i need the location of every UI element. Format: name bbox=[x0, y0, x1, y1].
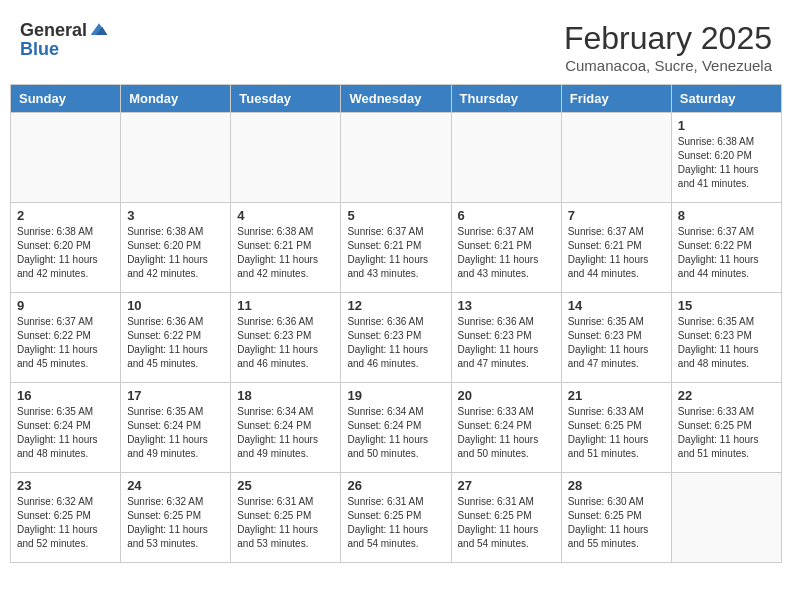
calendar-day-cell: 14Sunrise: 6:35 AM Sunset: 6:23 PM Dayli… bbox=[561, 293, 671, 383]
day-info: Sunrise: 6:30 AM Sunset: 6:25 PM Dayligh… bbox=[568, 495, 665, 551]
day-number: 2 bbox=[17, 208, 114, 223]
day-info: Sunrise: 6:37 AM Sunset: 6:21 PM Dayligh… bbox=[347, 225, 444, 281]
day-info: Sunrise: 6:38 AM Sunset: 6:20 PM Dayligh… bbox=[127, 225, 224, 281]
day-info: Sunrise: 6:32 AM Sunset: 6:25 PM Dayligh… bbox=[17, 495, 114, 551]
day-info: Sunrise: 6:31 AM Sunset: 6:25 PM Dayligh… bbox=[458, 495, 555, 551]
day-number: 15 bbox=[678, 298, 775, 313]
calendar-day-cell bbox=[671, 473, 781, 563]
calendar-day-cell: 2Sunrise: 6:38 AM Sunset: 6:20 PM Daylig… bbox=[11, 203, 121, 293]
day-number: 3 bbox=[127, 208, 224, 223]
day-number: 18 bbox=[237, 388, 334, 403]
calendar-day-cell: 5Sunrise: 6:37 AM Sunset: 6:21 PM Daylig… bbox=[341, 203, 451, 293]
calendar-header-row: SundayMondayTuesdayWednesdayThursdayFrid… bbox=[11, 85, 782, 113]
calendar-day-cell bbox=[121, 113, 231, 203]
calendar-week-row: 23Sunrise: 6:32 AM Sunset: 6:25 PM Dayli… bbox=[11, 473, 782, 563]
calendar-day-cell: 25Sunrise: 6:31 AM Sunset: 6:25 PM Dayli… bbox=[231, 473, 341, 563]
weekday-header: Sunday bbox=[11, 85, 121, 113]
calendar-day-cell: 15Sunrise: 6:35 AM Sunset: 6:23 PM Dayli… bbox=[671, 293, 781, 383]
day-number: 10 bbox=[127, 298, 224, 313]
day-number: 11 bbox=[237, 298, 334, 313]
day-info: Sunrise: 6:32 AM Sunset: 6:25 PM Dayligh… bbox=[127, 495, 224, 551]
day-info: Sunrise: 6:37 AM Sunset: 6:22 PM Dayligh… bbox=[17, 315, 114, 371]
day-info: Sunrise: 6:38 AM Sunset: 6:20 PM Dayligh… bbox=[678, 135, 775, 191]
logo-blue: Blue bbox=[20, 39, 59, 59]
weekday-header: Friday bbox=[561, 85, 671, 113]
calendar-week-row: 1Sunrise: 6:38 AM Sunset: 6:20 PM Daylig… bbox=[11, 113, 782, 203]
day-number: 22 bbox=[678, 388, 775, 403]
day-number: 20 bbox=[458, 388, 555, 403]
day-number: 26 bbox=[347, 478, 444, 493]
calendar-day-cell: 13Sunrise: 6:36 AM Sunset: 6:23 PM Dayli… bbox=[451, 293, 561, 383]
day-info: Sunrise: 6:34 AM Sunset: 6:24 PM Dayligh… bbox=[347, 405, 444, 461]
weekday-header: Thursday bbox=[451, 85, 561, 113]
calendar-day-cell: 20Sunrise: 6:33 AM Sunset: 6:24 PM Dayli… bbox=[451, 383, 561, 473]
day-number: 23 bbox=[17, 478, 114, 493]
day-info: Sunrise: 6:35 AM Sunset: 6:24 PM Dayligh… bbox=[127, 405, 224, 461]
calendar-day-cell bbox=[341, 113, 451, 203]
calendar-day-cell: 28Sunrise: 6:30 AM Sunset: 6:25 PM Dayli… bbox=[561, 473, 671, 563]
day-info: Sunrise: 6:34 AM Sunset: 6:24 PM Dayligh… bbox=[237, 405, 334, 461]
calendar-day-cell: 26Sunrise: 6:31 AM Sunset: 6:25 PM Dayli… bbox=[341, 473, 451, 563]
calendar-day-cell: 23Sunrise: 6:32 AM Sunset: 6:25 PM Dayli… bbox=[11, 473, 121, 563]
day-number: 28 bbox=[568, 478, 665, 493]
day-number: 4 bbox=[237, 208, 334, 223]
day-number: 8 bbox=[678, 208, 775, 223]
day-number: 7 bbox=[568, 208, 665, 223]
logo: General Blue bbox=[20, 20, 109, 59]
day-info: Sunrise: 6:37 AM Sunset: 6:22 PM Dayligh… bbox=[678, 225, 775, 281]
day-number: 21 bbox=[568, 388, 665, 403]
day-number: 6 bbox=[458, 208, 555, 223]
title-section: February 2025 Cumanacoa, Sucre, Venezuel… bbox=[564, 20, 772, 74]
calendar-day-cell: 8Sunrise: 6:37 AM Sunset: 6:22 PM Daylig… bbox=[671, 203, 781, 293]
day-number: 17 bbox=[127, 388, 224, 403]
day-info: Sunrise: 6:35 AM Sunset: 6:24 PM Dayligh… bbox=[17, 405, 114, 461]
day-number: 25 bbox=[237, 478, 334, 493]
calendar-day-cell: 16Sunrise: 6:35 AM Sunset: 6:24 PM Dayli… bbox=[11, 383, 121, 473]
calendar-week-row: 16Sunrise: 6:35 AM Sunset: 6:24 PM Dayli… bbox=[11, 383, 782, 473]
calendar-day-cell bbox=[451, 113, 561, 203]
calendar-day-cell bbox=[231, 113, 341, 203]
day-info: Sunrise: 6:38 AM Sunset: 6:20 PM Dayligh… bbox=[17, 225, 114, 281]
day-info: Sunrise: 6:31 AM Sunset: 6:25 PM Dayligh… bbox=[237, 495, 334, 551]
month-title: February 2025 bbox=[564, 20, 772, 57]
calendar-table: SundayMondayTuesdayWednesdayThursdayFrid… bbox=[10, 84, 782, 563]
day-info: Sunrise: 6:35 AM Sunset: 6:23 PM Dayligh… bbox=[568, 315, 665, 371]
calendar-day-cell: 18Sunrise: 6:34 AM Sunset: 6:24 PM Dayli… bbox=[231, 383, 341, 473]
day-number: 12 bbox=[347, 298, 444, 313]
day-info: Sunrise: 6:36 AM Sunset: 6:23 PM Dayligh… bbox=[458, 315, 555, 371]
day-info: Sunrise: 6:33 AM Sunset: 6:25 PM Dayligh… bbox=[678, 405, 775, 461]
day-info: Sunrise: 6:35 AM Sunset: 6:23 PM Dayligh… bbox=[678, 315, 775, 371]
calendar-day-cell: 22Sunrise: 6:33 AM Sunset: 6:25 PM Dayli… bbox=[671, 383, 781, 473]
calendar-day-cell: 21Sunrise: 6:33 AM Sunset: 6:25 PM Dayli… bbox=[561, 383, 671, 473]
calendar-week-row: 2Sunrise: 6:38 AM Sunset: 6:20 PM Daylig… bbox=[11, 203, 782, 293]
calendar-day-cell: 6Sunrise: 6:37 AM Sunset: 6:21 PM Daylig… bbox=[451, 203, 561, 293]
logo-general: General bbox=[20, 21, 87, 39]
day-info: Sunrise: 6:33 AM Sunset: 6:25 PM Dayligh… bbox=[568, 405, 665, 461]
calendar-day-cell: 7Sunrise: 6:37 AM Sunset: 6:21 PM Daylig… bbox=[561, 203, 671, 293]
calendar-day-cell: 27Sunrise: 6:31 AM Sunset: 6:25 PM Dayli… bbox=[451, 473, 561, 563]
day-number: 16 bbox=[17, 388, 114, 403]
day-number: 27 bbox=[458, 478, 555, 493]
logo-icon bbox=[89, 20, 109, 40]
calendar-day-cell: 10Sunrise: 6:36 AM Sunset: 6:22 PM Dayli… bbox=[121, 293, 231, 383]
calendar-day-cell: 4Sunrise: 6:38 AM Sunset: 6:21 PM Daylig… bbox=[231, 203, 341, 293]
page-header: General Blue February 2025 Cumanacoa, Su… bbox=[10, 10, 782, 79]
calendar-day-cell: 19Sunrise: 6:34 AM Sunset: 6:24 PM Dayli… bbox=[341, 383, 451, 473]
day-info: Sunrise: 6:37 AM Sunset: 6:21 PM Dayligh… bbox=[458, 225, 555, 281]
day-number: 1 bbox=[678, 118, 775, 133]
calendar-day-cell: 12Sunrise: 6:36 AM Sunset: 6:23 PM Dayli… bbox=[341, 293, 451, 383]
day-number: 24 bbox=[127, 478, 224, 493]
calendar-week-row: 9Sunrise: 6:37 AM Sunset: 6:22 PM Daylig… bbox=[11, 293, 782, 383]
day-info: Sunrise: 6:36 AM Sunset: 6:22 PM Dayligh… bbox=[127, 315, 224, 371]
day-number: 13 bbox=[458, 298, 555, 313]
day-number: 19 bbox=[347, 388, 444, 403]
calendar-day-cell bbox=[11, 113, 121, 203]
day-number: 5 bbox=[347, 208, 444, 223]
calendar-day-cell: 11Sunrise: 6:36 AM Sunset: 6:23 PM Dayli… bbox=[231, 293, 341, 383]
day-number: 14 bbox=[568, 298, 665, 313]
weekday-header: Tuesday bbox=[231, 85, 341, 113]
weekday-header: Wednesday bbox=[341, 85, 451, 113]
calendar-day-cell: 3Sunrise: 6:38 AM Sunset: 6:20 PM Daylig… bbox=[121, 203, 231, 293]
day-info: Sunrise: 6:33 AM Sunset: 6:24 PM Dayligh… bbox=[458, 405, 555, 461]
day-number: 9 bbox=[17, 298, 114, 313]
